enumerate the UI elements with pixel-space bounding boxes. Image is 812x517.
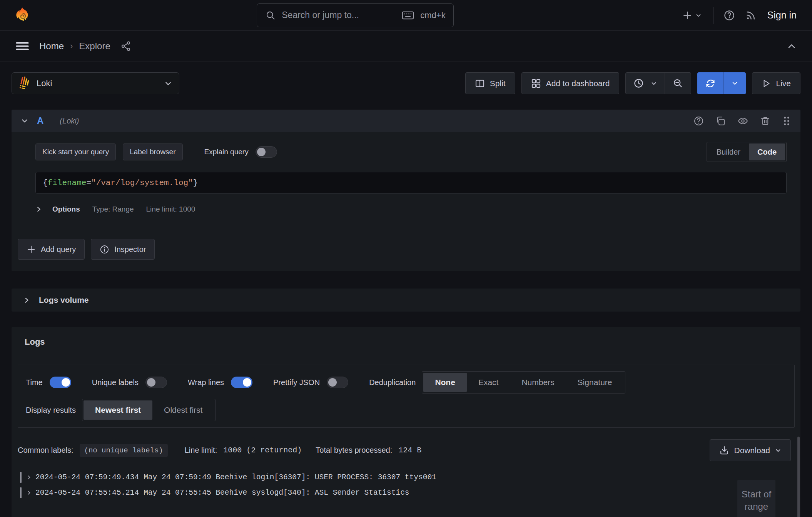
sign-in-link[interactable]: Sign in (767, 8, 797, 22)
clock-icon (633, 78, 644, 88)
live-button[interactable]: Live (752, 72, 800, 94)
info-circle-icon (100, 245, 109, 254)
log-message: May 24 07:55:45 Beehive syslogd[340]: AS… (144, 489, 409, 497)
wrap-lines-toggle-label: Wrap lines (188, 378, 224, 387)
share-icon[interactable] (120, 41, 131, 52)
query-options-row[interactable]: Options Type: Range Line limit: 1000 (35, 200, 787, 219)
help-icon[interactable] (723, 10, 735, 21)
chevron-down-icon (21, 117, 28, 125)
options-line-limit: Line limit: 1000 (146, 205, 195, 213)
apps-grid-icon (531, 78, 541, 88)
query-editor-footer: Add query Inspector (12, 219, 800, 271)
breadcrumb-home[interactable]: Home (39, 41, 64, 52)
code-mode-option[interactable]: Code (749, 143, 785, 160)
explain-query-toggle[interactable] (256, 146, 277, 158)
add-to-dashboard-button[interactable]: Add to dashboard (521, 72, 620, 94)
chevron-down-icon (732, 80, 738, 87)
chevron-down-icon (651, 80, 657, 87)
query-row-actions (693, 115, 791, 127)
total-bytes-label: Total bytes processed: (316, 446, 392, 455)
prettify-json-toggle-label: Prettify JSON (273, 378, 320, 387)
unique-labels-toggle[interactable] (145, 377, 167, 388)
loki-logo-icon (19, 77, 30, 90)
builder-mode-option[interactable]: Builder (708, 143, 749, 160)
query-label-token: filename (48, 178, 87, 187)
display-results-label: Display results (26, 406, 76, 415)
time-toggle-label: Time (26, 378, 43, 387)
unique-labels-toggle-label: Unique labels (92, 378, 139, 387)
new-menu-button[interactable] (681, 8, 703, 23)
add-to-dashboard-label: Add to dashboard (546, 79, 610, 88)
run-query-button[interactable] (697, 72, 723, 94)
logs-volume-section[interactable]: Logs volume (12, 289, 800, 312)
dedup-option-numbers[interactable]: Numbers (510, 373, 566, 392)
total-bytes-value: 124 B (398, 446, 421, 455)
wrap-lines-toggle[interactable] (231, 377, 252, 388)
help-icon[interactable] (693, 116, 704, 126)
query-row-header[interactable]: A (Loki) (12, 110, 800, 132)
logs-controls-row-1: Time Unique labels Wrap lines Prettify J… (26, 371, 787, 394)
dedup-option-none[interactable]: None (423, 373, 467, 392)
prettify-json-toggle[interactable] (327, 377, 348, 388)
split-icon (475, 78, 485, 88)
log-row[interactable]: 2024-05-24 07:55:45.214 May 24 07:55:45 … (20, 485, 800, 500)
query-code-input[interactable]: {filename="/var/log/system.log"} (35, 172, 787, 193)
drag-handle-grip-icon[interactable] (782, 116, 791, 126)
order-option-oldest[interactable]: Oldest first (152, 400, 214, 420)
news-rss-icon[interactable] (745, 10, 757, 21)
time-toggle[interactable] (50, 377, 71, 388)
sync-icon (705, 78, 716, 89)
delete-query-trash-icon[interactable] (760, 116, 770, 126)
log-level-bar (20, 487, 22, 498)
chevron-up-icon[interactable] (787, 41, 797, 51)
query-brace-open: { (43, 178, 48, 187)
kick-start-label: Kick start your query (42, 148, 109, 156)
kick-start-query-button[interactable]: Kick start your query (35, 143, 116, 160)
time-picker-button[interactable] (626, 73, 665, 94)
disable-query-eye-icon[interactable] (737, 115, 749, 127)
explore-content: Loki Split Add to dashboard (0, 72, 812, 517)
run-query-group (697, 72, 746, 94)
explore-toolbar: Loki Split Add to dashboard (12, 72, 800, 94)
logs-scrollbar[interactable] (797, 437, 800, 517)
zoom-out-time-button[interactable] (665, 73, 691, 94)
options-title: Options (52, 205, 80, 213)
order-option-newest[interactable]: Newest first (84, 400, 152, 420)
search-icon (266, 10, 276, 20)
dedup-option-exact[interactable]: Exact (467, 373, 510, 392)
refresh-interval-dropdown[interactable] (723, 72, 746, 94)
chevron-down-icon (164, 80, 172, 87)
query-datasource-hint: (Loki) (60, 117, 79, 125)
duplicate-query-icon[interactable] (715, 116, 726, 126)
menu-icon[interactable] (15, 40, 29, 52)
breadcrumb-current: Explore (79, 41, 110, 52)
keyboard-icon (402, 10, 414, 20)
logs-panel: Logs Time Unique labels Wrap lines Prett… (12, 327, 800, 517)
add-query-button[interactable]: Add query (18, 239, 85, 260)
topbar-divider (713, 7, 713, 24)
search-input[interactable] (282, 10, 396, 20)
common-labels-label: Common labels: (18, 446, 74, 455)
global-search-box[interactable]: cmd+k (257, 3, 454, 27)
download-button[interactable]: Download (710, 439, 791, 461)
datasource-picker[interactable]: Loki (12, 72, 179, 94)
log-row[interactable]: 2024-05-24 07:59:49.434 May 24 07:59:49 … (20, 470, 800, 485)
split-label: Split (490, 79, 506, 88)
time-picker-group (625, 72, 691, 94)
options-type: Type: Range (92, 205, 134, 213)
inspector-button[interactable]: Inspector (91, 239, 155, 260)
live-label: Live (776, 79, 791, 88)
chevron-right-icon (35, 206, 42, 213)
query-brace-close: } (193, 178, 198, 187)
grafana-logo-icon[interactable] (15, 7, 30, 24)
start-of-range-button[interactable]: Start of range (737, 480, 775, 517)
common-labels-value: (no unique labels) (80, 444, 168, 457)
chevron-right-icon (26, 490, 32, 495)
split-button[interactable]: Split (465, 72, 515, 94)
plus-icon (682, 10, 692, 20)
add-query-label: Add query (41, 245, 76, 254)
dedup-option-signature[interactable]: Signature (566, 373, 624, 392)
query-value-token: "/var/log/system.log" (91, 178, 193, 187)
inspector-label: Inspector (114, 245, 146, 254)
label-browser-button[interactable]: Label browser (123, 143, 182, 160)
